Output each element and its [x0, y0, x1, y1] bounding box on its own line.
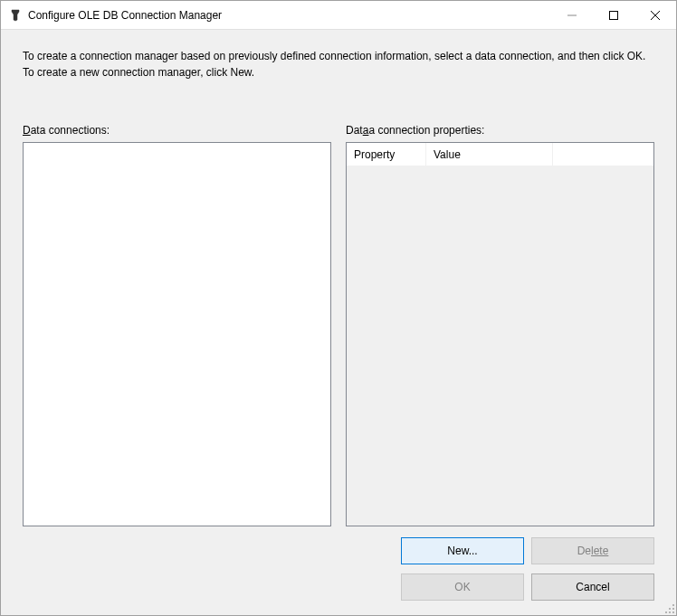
svg-point-5 — [669, 608, 671, 610]
data-connection-properties-label: Dataa connection properties: — [346, 124, 654, 137]
svg-point-8 — [669, 611, 671, 613]
property-column-header[interactable]: Property — [347, 143, 426, 166]
svg-point-6 — [672, 608, 674, 610]
properties-grid[interactable]: Property Value — [346, 142, 654, 526]
resize-grip-icon[interactable] — [663, 602, 675, 614]
app-icon — [8, 8, 23, 23]
button-row-2: OK Cancel — [23, 573, 654, 601]
cancel-button[interactable]: Cancel — [531, 573, 654, 601]
delete-button: Delete — [531, 537, 654, 564]
panels-container: Data connections: Dataa connection prope… — [23, 124, 654, 526]
maximize-button[interactable] — [593, 1, 634, 29]
window-controls — [551, 1, 676, 29]
minimize-button[interactable] — [551, 1, 593, 29]
ok-button: OK — [401, 573, 524, 601]
dialog-description: To create a connection manager based on … — [23, 48, 654, 81]
dialog-content: To create a connection manager based on … — [1, 30, 676, 615]
svg-rect-1 — [610, 11, 618, 19]
dialog-window: Configure OLE DB Connection Manager To c… — [0, 0, 677, 616]
data-connections-panel: Data connections: — [23, 124, 331, 526]
data-connections-listbox[interactable] — [23, 142, 331, 526]
window-title: Configure OLE DB Connection Manager — [28, 9, 551, 22]
titlebar: Configure OLE DB Connection Manager — [1, 1, 676, 30]
new-button[interactable]: New... — [401, 537, 524, 564]
data-connection-properties-panel: Dataa connection properties: Property Va… — [346, 124, 654, 526]
svg-point-7 — [665, 611, 667, 613]
svg-point-9 — [672, 611, 674, 613]
data-connections-label: Data connections: — [23, 124, 331, 137]
svg-point-4 — [672, 604, 674, 606]
value-column-header[interactable]: Value — [426, 143, 553, 166]
button-row-1: New... Delete — [23, 537, 654, 564]
close-button[interactable] — [634, 1, 676, 29]
properties-grid-header: Property Value — [347, 143, 653, 166]
